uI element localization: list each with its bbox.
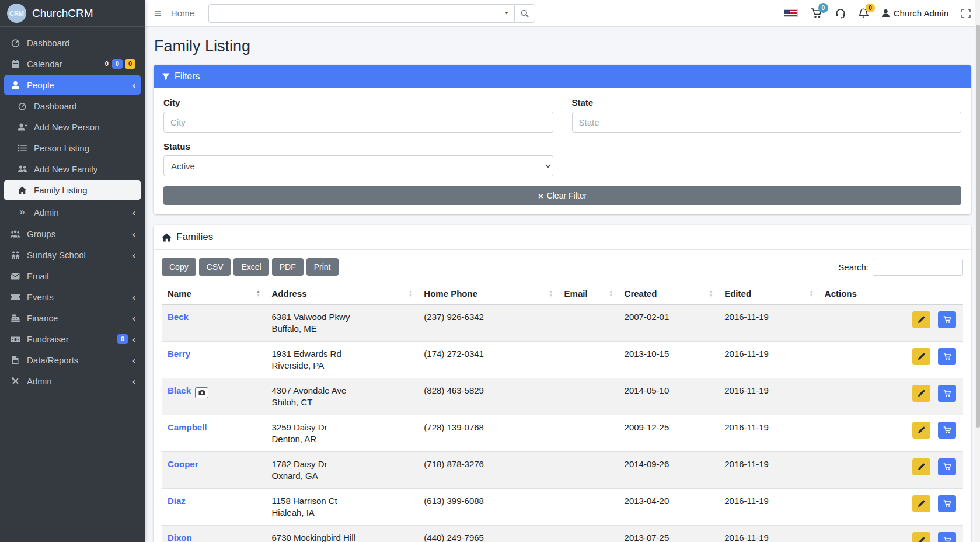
edit-family-button[interactable] xyxy=(912,458,930,475)
edit-family-button[interactable] xyxy=(912,495,930,512)
cart-family-button[interactable] xyxy=(938,458,956,475)
sort-icons: ▲▼ xyxy=(609,290,613,297)
print-button[interactable]: Print xyxy=(306,258,339,276)
sidebar-item-fundraiser[interactable]: Fundraiser 0 ‹ xyxy=(4,329,141,349)
cart-family-button[interactable] xyxy=(938,348,956,365)
navbar-right: 0 0 Church Admin xyxy=(784,8,971,19)
sidebar-item-sunday-school[interactable]: Sunday School ‹ xyxy=(4,245,141,265)
search-button[interactable] xyxy=(514,4,535,23)
caret-down-icon[interactable]: ▼ xyxy=(504,11,509,16)
us-flag-icon[interactable] xyxy=(784,9,798,17)
table-toolbar: Copy CSV Excel PDF Print Search: xyxy=(162,258,963,276)
people-group-icon xyxy=(9,230,21,238)
edit-family-button[interactable] xyxy=(912,422,930,439)
edit-family-button[interactable] xyxy=(912,385,930,402)
sidebar-item-admin[interactable]: Admin ‹ xyxy=(4,371,141,391)
family-link[interactable]: Black xyxy=(168,385,191,395)
cart-family-button[interactable] xyxy=(938,495,956,512)
sidebar-item-add-new-family[interactable]: Add New Family xyxy=(4,159,141,179)
column-header-home-phone[interactable]: Home Phone ▲▼ xyxy=(418,283,558,305)
home-link[interactable]: Home xyxy=(171,8,194,18)
sidebar-item-label: Groups xyxy=(27,229,55,239)
sidebar-item-people-admin[interactable]: » Admin ‹ xyxy=(4,201,141,223)
sidebar-item-email[interactable]: Email xyxy=(4,266,141,286)
family-photo-badge[interactable] xyxy=(195,387,208,398)
sidebar-item-family-listing[interactable]: Family Listing xyxy=(4,180,141,200)
clear-filter-button[interactable]: × Clear Filter xyxy=(163,186,961,205)
edit-family-button[interactable] xyxy=(912,532,930,542)
edit-family-button[interactable] xyxy=(912,311,930,328)
sort-desc-icon: ▼ xyxy=(709,294,713,297)
family-link[interactable]: Dixon xyxy=(168,533,192,542)
column-header-address[interactable]: Address ▲▼ xyxy=(266,283,418,305)
page-content: Family Listing Filters City Status xyxy=(145,27,980,542)
user-menu[interactable]: Church Admin xyxy=(881,8,948,18)
brand[interactable]: CRM ChurchCRM xyxy=(0,0,145,27)
state-input[interactable] xyxy=(572,112,962,133)
cart-family-button[interactable] xyxy=(938,385,956,402)
list-icon xyxy=(16,144,28,152)
global-search: ▼ xyxy=(208,4,535,23)
fullscreen-toggle-icon[interactable] xyxy=(961,9,971,18)
sidebar-item-people-dashboard[interactable]: Dashboard xyxy=(4,96,141,116)
headset-icon xyxy=(835,8,846,19)
edit-family-button[interactable] xyxy=(912,348,930,365)
clear-filter-label: Clear Filter xyxy=(547,191,587,200)
global-search-box[interactable]: ▼ xyxy=(208,4,514,23)
notifications-button[interactable]: 0 xyxy=(859,8,869,19)
brand-logo: CRM xyxy=(7,4,26,23)
table-search: Search: xyxy=(838,259,963,276)
hamburger-menu-icon[interactable]: ≡ xyxy=(154,7,162,20)
people-subnav: Dashboard Add New Person Person Listing xyxy=(0,96,145,223)
sort-icons: ▲▼ xyxy=(256,290,261,297)
fundraiser-badge: 0 xyxy=(117,334,128,344)
table-search-input[interactable] xyxy=(873,259,963,276)
family-link[interactable]: Campbell xyxy=(168,422,207,432)
city-label: City xyxy=(163,98,553,107)
sidebar-item-finance[interactable]: Finance ‹ xyxy=(4,308,141,328)
column-header-created[interactable]: Created ▲▼ xyxy=(619,283,719,305)
tachometer-icon xyxy=(16,102,28,111)
family-link[interactable]: Cooper xyxy=(168,459,198,469)
support-button[interactable] xyxy=(835,8,846,19)
city-input[interactable] xyxy=(163,112,553,133)
scrollbar-thumb[interactable] xyxy=(976,25,980,428)
copy-button[interactable]: Copy xyxy=(162,258,196,276)
cart-button[interactable]: 0 xyxy=(811,8,822,19)
sidebar-item-data-reports[interactable]: Data/Reports ‹ xyxy=(4,350,141,370)
vertical-scrollbar[interactable] xyxy=(975,0,980,542)
pdf-button[interactable]: PDF xyxy=(272,258,304,276)
csv-button[interactable]: CSV xyxy=(199,258,231,276)
column-header-name[interactable]: Name ▲▼ xyxy=(162,283,266,305)
global-search-input[interactable] xyxy=(208,4,514,23)
excel-button[interactable]: Excel xyxy=(233,258,268,276)
sidebar-item-label: Dashboard xyxy=(34,101,76,111)
column-header-edited[interactable]: Edited ▲▼ xyxy=(719,283,819,305)
status-label: Status xyxy=(163,141,553,151)
fundraiser-badge-group: 0 ‹ xyxy=(117,334,135,344)
sidebar-item-events[interactable]: Events ‹ xyxy=(4,287,141,307)
family-link[interactable]: Berry xyxy=(168,349,190,359)
cart-family-button[interactable] xyxy=(938,422,956,439)
family-link[interactable]: Diaz xyxy=(168,496,186,506)
sidebar-item-person-listing[interactable]: Person Listing xyxy=(4,138,141,158)
sidebar-item-dashboard[interactable]: Dashboard xyxy=(4,33,141,53)
filters-header[interactable]: Filters xyxy=(154,65,971,88)
sort-icons: ▲▼ xyxy=(709,290,713,297)
sidebar-item-people[interactable]: People ‹ xyxy=(4,75,141,95)
cart-family-button[interactable] xyxy=(938,311,956,328)
family-link[interactable]: Beck xyxy=(168,312,189,322)
column-header-email[interactable]: Email ▲▼ xyxy=(559,283,619,305)
sidebar-item-groups[interactable]: Groups ‹ xyxy=(4,224,141,244)
sidebar: CRM ChurchCRM Dashboard Calendar 0 0 0 xyxy=(0,0,145,542)
pencil-icon xyxy=(918,317,925,323)
sidebar-item-calendar[interactable]: Calendar 0 0 0 xyxy=(4,54,141,74)
filters-body: City Status Active State xyxy=(154,88,971,214)
calendar-icon xyxy=(9,60,21,69)
home-icon xyxy=(162,233,172,242)
status-select[interactable]: Active xyxy=(163,155,553,176)
cart-family-button[interactable] xyxy=(938,532,956,542)
filter-icon xyxy=(162,73,170,81)
sidebar-item-add-new-person[interactable]: Add New Person xyxy=(4,117,141,137)
pencil-icon xyxy=(918,464,925,470)
